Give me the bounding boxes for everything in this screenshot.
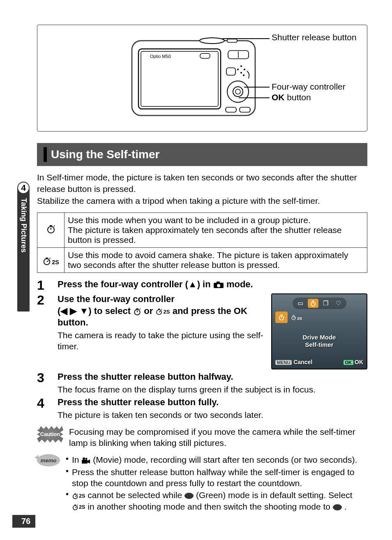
svg-point-24 [44, 258, 50, 265]
svg-point-11 [244, 69, 245, 70]
step-3: 3 Press the shutter release button halfw… [37, 371, 367, 395]
svg-rect-3 [227, 39, 237, 42]
timer-2s-icon: 2S [72, 504, 85, 510]
memo-item-2: Press the shutter release button halfway… [66, 466, 367, 489]
green-mode-icon [184, 493, 194, 499]
timer-10s-icon [133, 307, 141, 316]
timer-2s-icon: 2S [72, 493, 85, 499]
svg-point-46 [83, 457, 85, 460]
lcd-sub-options: 2S [275, 312, 363, 323]
svg-rect-9 [226, 68, 235, 75]
timer-10s-desc: Use this mode when you want to be includ… [65, 213, 367, 248]
caution-badge-icon: Caution [37, 426, 63, 443]
section-title: Using the Self-timer [37, 143, 367, 166]
timer-2s-icon: 2S [37, 248, 65, 273]
movie-mode-icon [81, 457, 90, 464]
memo-note: memo In (Movie) mode, recording will sta… [37, 454, 367, 512]
timer-modes-table: Use this mode when you want to be includ… [37, 212, 367, 273]
drive-frame-icon: ♡ [333, 299, 344, 308]
steps-list: 1 Press the four-way controller (▲) in m… [37, 279, 367, 420]
page-number: 76 [12, 515, 35, 528]
step-2: 2 Use the four-way controller (◀ ▶ ▼) to… [37, 293, 367, 369]
caution-note: Caution Focusing may be compromised if y… [37, 426, 367, 449]
svg-point-14 [243, 74, 244, 76]
step-4: 4 Press the shutter release button fully… [37, 397, 367, 420]
lcd-preview: ▭ ❐ ♡ [271, 293, 367, 369]
capture-mode-icon [213, 281, 224, 288]
camera-diagram: Optio M50 Shutter release button [37, 25, 367, 132]
memo-item-1: In (Movie) mode, recording will start af… [66, 454, 367, 465]
svg-point-13 [237, 69, 239, 70]
option-2s-icon: 2S [290, 312, 302, 323]
chapter-number-badge: 4 [17, 182, 30, 194]
svg-line-53 [77, 505, 78, 505]
step-3-desc: The focus frame on the display turns gre… [58, 384, 367, 395]
svg-line-50 [77, 494, 78, 494]
step-2-title: Use the four-way controller (◀ ▶ ▼) to s… [58, 293, 265, 329]
lcd-ok: OKOK [344, 359, 364, 365]
option-10s-icon [275, 312, 288, 323]
drive-continuous-icon: ❐ [321, 299, 331, 308]
svg-rect-28 [217, 282, 220, 283]
step-2-desc: The camera is ready to take the picture … [58, 330, 265, 352]
step-1-title: Press the four-way controller (▲) in mod… [58, 279, 367, 291]
step-3-title: Press the shutter release button halfway… [58, 371, 367, 383]
timer-2s-desc: Use this mode to avoid camera shake. The… [65, 248, 367, 273]
timer-10s-icon [37, 213, 65, 248]
callout-shutter: Shutter release button [272, 32, 357, 42]
svg-line-33 [140, 309, 141, 309]
intro-paragraph: In Self-timer mode, the picture is taken… [37, 172, 367, 207]
timer-2s-icon: 2S [155, 308, 170, 315]
callout-fourway: Four-way controller [272, 82, 346, 92]
camera-model-label: Optio M50 [150, 54, 171, 59]
svg-rect-5 [141, 51, 218, 106]
lcd-mode-label: Drive ModeSelf-timer [275, 334, 363, 348]
caution-text: Focusing may be compromised if you move … [69, 426, 367, 449]
svg-line-26 [50, 258, 51, 258]
chapter-side-label: Taking Pictures [17, 188, 30, 312]
lcd-drive-mode-tabs: ▭ ❐ ♡ [293, 298, 346, 309]
drive-single-icon: ▭ [295, 299, 306, 308]
svg-rect-45 [82, 460, 88, 464]
svg-point-12 [240, 72, 242, 74]
memo-item-3: 2S cannot be selected while (Green) mode… [66, 489, 367, 512]
green-mode-icon [333, 504, 342, 510]
step-4-title: Press the shutter release button fully. [58, 397, 367, 408]
svg-rect-18 [226, 107, 236, 112]
svg-line-36 [161, 309, 162, 310]
camera-illustration: Optio M50 [128, 31, 259, 125]
svg-rect-19 [240, 107, 250, 112]
memo-list: In (Movie) mode, recording will start af… [66, 454, 367, 512]
svg-point-47 [85, 458, 88, 460]
svg-line-23 [54, 226, 55, 226]
svg-point-10 [240, 65, 242, 67]
svg-point-29 [217, 284, 220, 287]
memo-badge-icon: memo [37, 454, 60, 466]
step-1: 1 Press the four-way controller (▲) in m… [37, 279, 367, 292]
lcd-cancel: MENUCancel [275, 359, 312, 365]
svg-point-17 [235, 89, 240, 94]
callout-ok-button: OK button [272, 92, 311, 102]
svg-point-2 [200, 38, 224, 44]
step-4-desc: The picture is taken ten seconds or two … [58, 409, 367, 420]
drive-selftimer-icon [308, 299, 318, 308]
